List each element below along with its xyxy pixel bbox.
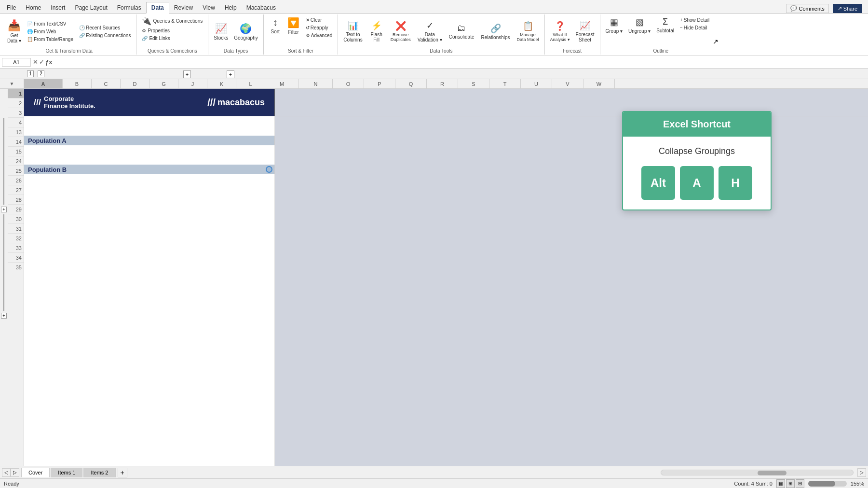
forecast-label: Forecast: [563, 48, 582, 54]
col-header-v[interactable]: V: [552, 79, 583, 88]
cell-a2[interactable]: [24, 116, 275, 126]
ribbon-tabs: File Home Insert Page Layout Formulas Da…: [0, 0, 868, 14]
comments-button[interactable]: 💬 Comments: [786, 4, 828, 13]
cell-a1[interactable]: /// Corporate Finance Institute. /// mac…: [24, 89, 275, 116]
col-header-s[interactable]: S: [458, 79, 489, 88]
from-table-range-button[interactable]: 📋 From Table/Range: [25, 36, 76, 43]
col-header-q[interactable]: Q: [395, 79, 427, 88]
cell-a24[interactable]: [24, 174, 275, 184]
tab-insert[interactable]: Insert: [46, 2, 70, 13]
col-header-a[interactable]: A: [24, 79, 63, 88]
key-a[interactable]: A: [680, 166, 714, 200]
queries-label: Queries & Connections: [148, 48, 197, 54]
normal-view-button[interactable]: ▦: [776, 479, 785, 488]
col-header-o[interactable]: O: [333, 79, 364, 88]
existing-connections-button[interactable]: 🔗 Existing Connections: [77, 32, 133, 39]
scroll-right-button[interactable]: ▷: [857, 468, 866, 477]
geography-button[interactable]: 🌍 Geography: [231, 21, 260, 42]
col-header-k[interactable]: K: [207, 79, 236, 88]
tab-data[interactable]: Data: [146, 2, 169, 14]
col-header-d[interactable]: D: [121, 79, 149, 88]
group-level-1-button[interactable]: 1: [27, 70, 34, 77]
consolidate-button[interactable]: 🗂 Consolidate: [447, 22, 477, 41]
hide-detail-button[interactable]: − Hide Detail: [678, 24, 712, 31]
row-num-35: 35: [8, 263, 24, 272]
key-h[interactable]: H: [719, 166, 752, 200]
zoom-slider[interactable]: [808, 481, 847, 487]
col-header-j[interactable]: J: [178, 79, 207, 88]
from-web-button[interactable]: 🌐 From Web: [25, 28, 76, 35]
forecast-sheet-button[interactable]: 📈 ForecastSheet: [573, 19, 597, 44]
col-header-m[interactable]: M: [265, 79, 299, 88]
page-break-view-button[interactable]: ⊟: [796, 479, 804, 488]
page-layout-view-button[interactable]: ⊞: [786, 479, 795, 488]
col-header-n[interactable]: N: [299, 79, 333, 88]
nav-next-button[interactable]: ▷: [11, 468, 19, 477]
group-button[interactable]: ▦ Group ▾: [603, 15, 625, 35]
from-text-csv-button[interactable]: 📄 From Text/CSV: [25, 20, 76, 28]
cell-reference-box[interactable]: [2, 58, 31, 67]
stocks-button[interactable]: 📈 Stocks: [211, 21, 231, 42]
row-group-expand-b[interactable]: +: [1, 313, 7, 319]
show-detail-button[interactable]: + Show Detail: [678, 16, 712, 24]
get-data-button[interactable]: 📥 GetData ▾: [5, 18, 24, 45]
subtotal-button[interactable]: Σ Subtotal: [654, 15, 677, 35]
filter-button[interactable]: 🔽 Filter: [285, 15, 302, 36]
col-expand-btn-1[interactable]: +: [183, 70, 191, 78]
row-num-14: 14: [8, 137, 24, 147]
col-header-g[interactable]: G: [149, 79, 178, 88]
data-validation-button[interactable]: ✓ DataValidation ▾: [415, 19, 445, 44]
row-group-expand-a[interactable]: +: [1, 207, 7, 212]
col-expand-btn-2[interactable]: +: [227, 70, 234, 78]
col-header-r[interactable]: R: [427, 79, 458, 88]
col-header-u[interactable]: U: [521, 79, 552, 88]
cell-a4[interactable]: Population A: [24, 136, 275, 145]
advanced-button[interactable]: ⚙ Advanced: [303, 32, 335, 39]
manage-data-model-button[interactable]: 📋 ManageData Model: [515, 19, 542, 43]
add-sheet-button[interactable]: +: [118, 468, 127, 477]
group-level-2-button[interactable]: 2: [38, 70, 44, 77]
tab-help[interactable]: Help: [220, 2, 242, 13]
h-scrollbar[interactable]: [661, 470, 854, 475]
cell-a3[interactable]: [24, 126, 275, 136]
clear-button[interactable]: ✕ Clear: [303, 16, 335, 24]
cell-a14[interactable]: [24, 155, 275, 165]
col-header-c[interactable]: C: [92, 79, 121, 88]
cell-blank-row1[interactable]: [275, 89, 868, 116]
edit-links-button[interactable]: 🔗 Edit Links: [139, 35, 205, 42]
recent-sources-button[interactable]: 🕐 Recent Sources: [77, 24, 133, 31]
col-header-w[interactable]: W: [583, 79, 615, 88]
tab-file[interactable]: File: [2, 2, 21, 13]
share-button[interactable]: ↗ Share: [833, 4, 862, 13]
cell-a15[interactable]: Population B: [24, 165, 275, 174]
ungroup-button[interactable]: ▧ Ungroup ▾: [626, 15, 653, 35]
sheet-tab-items2[interactable]: Items 2: [83, 468, 115, 477]
tab-macabacus[interactable]: Macabacus: [242, 2, 281, 13]
nav-prev-button[interactable]: ◁: [2, 468, 11, 477]
reapply-button[interactable]: ↺ Reapply: [303, 24, 335, 31]
cell-a25[interactable]: [24, 184, 275, 194]
tab-review[interactable]: Review: [169, 2, 198, 13]
tab-view[interactable]: View: [198, 2, 220, 13]
col-header-t[interactable]: T: [489, 79, 521, 88]
tab-home[interactable]: Home: [21, 2, 46, 13]
what-if-button[interactable]: ❓ What-IfAnalysis ▾: [548, 19, 572, 43]
remove-duplicates-button[interactable]: ❌ RemoveDuplicates: [388, 19, 413, 43]
cell-a13[interactable]: [24, 145, 275, 155]
tab-page-layout[interactable]: Page Layout: [70, 2, 112, 13]
formula-input[interactable]: [54, 59, 866, 66]
text-to-columns-button[interactable]: 📊 Text toColumns: [341, 19, 365, 44]
key-alt[interactable]: Alt: [641, 166, 675, 200]
queries-connections-button[interactable]: 🔌 Queries & Connections: [139, 15, 205, 27]
tab-formulas[interactable]: Formulas: [112, 2, 146, 13]
relationships-button[interactable]: 🔗 Relationships: [479, 22, 513, 42]
ribbon-content: 📥 GetData ▾ 📄 From Text/CSV 🌐 From Web 📋: [0, 14, 868, 56]
col-header-l[interactable]: L: [236, 79, 265, 88]
flash-fill-button[interactable]: ⚡ FlashFill: [367, 19, 386, 44]
sort-button[interactable]: ↕ Sort: [267, 15, 284, 36]
col-header-b[interactable]: B: [63, 79, 92, 88]
sheet-tab-cover[interactable]: Cover: [21, 468, 50, 477]
properties-button[interactable]: ⚙ Properties: [139, 27, 205, 34]
col-header-p[interactable]: P: [364, 79, 395, 88]
sheet-tab-items1[interactable]: Items 1: [51, 468, 82, 477]
